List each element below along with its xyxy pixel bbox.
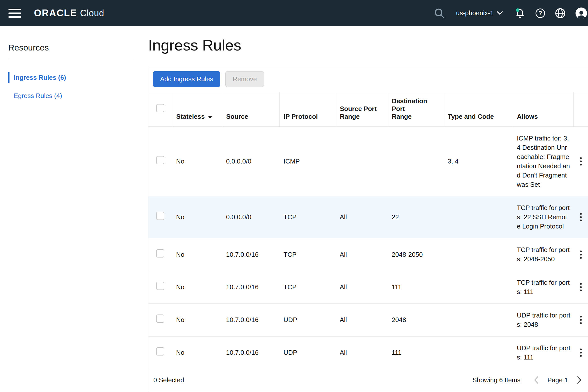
sidebar: Resources Ingress Rules (6) Egress Rules… <box>0 26 148 109</box>
region-selector[interactable]: us-phoenix-1 <box>455 9 505 17</box>
cell-source-port-range: All <box>336 271 388 304</box>
select-all-header <box>148 92 172 127</box>
cell-ip-protocol: UDP <box>280 304 336 336</box>
row-actions-kebab-icon[interactable] <box>578 211 584 223</box>
cell-type-and-code <box>444 336 513 369</box>
row-checkbox[interactable] <box>156 212 164 220</box>
cell-type-and-code <box>444 304 513 336</box>
table-footer: 0 Selected Showing 6 Items Page 1 <box>148 369 588 391</box>
cell-allows: TCP traffic for ports: 2048-2050 <box>513 238 574 271</box>
row-checkbox[interactable] <box>156 249 164 258</box>
cell-source-port-range <box>336 127 388 196</box>
row-checkbox[interactable] <box>156 314 164 323</box>
top-bar: ORACLE Cloud us-phoenix-1 <box>0 0 588 26</box>
select-all-checkbox[interactable] <box>156 104 164 112</box>
cell-destination-port-range: 111 <box>388 271 444 304</box>
region-label: us-phoenix-1 <box>456 9 494 17</box>
table-row: No 0.0.0.0/0 TCP All 22 TCP traffic for … <box>148 196 588 238</box>
help-icon[interactable] <box>536 8 545 18</box>
cell-source: 0.0.0.0/0 <box>222 196 280 238</box>
table-row: No 10.7.0.0/16 UDP All 2048 UDP traffic … <box>148 304 588 336</box>
cell-source: 10.7.0.0/16 <box>222 336 280 369</box>
cell-type-and-code <box>444 238 513 271</box>
cell-source-port-range: All <box>336 238 388 271</box>
cell-allows: UDP traffic for ports: 2048 <box>513 304 574 336</box>
cell-allows: TCP traffic for ports: 22 SSH Remote Log… <box>513 196 574 238</box>
table-row: No 0.0.0.0/0 ICMP 3, 4 ICMP traffic for:… <box>148 127 588 196</box>
cell-ip-protocol: TCP <box>280 238 336 271</box>
row-actions-kebab-icon[interactable] <box>578 155 584 168</box>
remove-button[interactable]: Remove <box>225 71 264 87</box>
avatar[interactable] <box>576 8 585 19</box>
row-checkbox[interactable] <box>156 282 164 290</box>
table-toolbar: Add Ingress Rules Remove <box>148 66 588 92</box>
cell-destination-port-range: 2048 <box>388 304 444 336</box>
column-header-stateless[interactable]: Stateless <box>172 92 222 127</box>
sort-descending-icon <box>208 116 212 118</box>
cell-source-port-range: All <box>336 196 388 238</box>
column-header-source: Source <box>222 92 280 127</box>
table-row: No 10.7.0.0/16 TCP All 111 TCP traffic f… <box>148 271 588 304</box>
row-checkbox[interactable] <box>156 156 164 164</box>
selected-count: 0 Selected <box>153 376 184 384</box>
cell-ip-protocol: TCP <box>280 271 336 304</box>
cell-source-port-range: All <box>336 304 388 336</box>
cell-source: 10.7.0.0/16 <box>222 304 280 336</box>
cell-destination-port-range: 22 <box>388 196 444 238</box>
showing-count: Showing 6 Items <box>472 376 520 384</box>
cell-destination-port-range: 2048-2050 <box>388 238 444 271</box>
cell-allows: ICMP traffic for: 3, 4 Destination Unrea… <box>513 127 574 196</box>
cell-type-and-code <box>444 271 513 304</box>
column-header-source-port-range: Source Port Range <box>336 92 388 127</box>
cell-stateless: No <box>172 271 222 304</box>
row-actions-kebab-icon[interactable] <box>578 314 584 326</box>
column-header-type-and-code: Type and Code <box>444 92 513 127</box>
topbar-actions: us-phoenix-1 <box>434 7 585 19</box>
row-checkbox[interactable] <box>156 347 164 356</box>
column-header-destination-port-range: Destination Port Range <box>388 92 444 127</box>
cell-destination-port-range: 111 <box>388 336 444 369</box>
cell-type-and-code <box>444 196 513 238</box>
cell-stateless: No <box>172 304 222 336</box>
brand-oracle: ORACLE <box>34 8 77 18</box>
column-header-ip-protocol: IP Protocol <box>280 92 336 127</box>
cell-type-and-code: 3, 4 <box>444 127 513 196</box>
cell-allows: UDP traffic for ports: 111 <box>513 336 574 369</box>
cell-stateless: No <box>172 336 222 369</box>
row-actions-kebab-icon[interactable] <box>578 281 584 293</box>
previous-page-icon <box>533 375 540 385</box>
sidebar-title: Resources <box>8 43 133 52</box>
add-ingress-rules-button[interactable]: Add Ingress Rules <box>153 71 220 87</box>
ingress-rules-panel: Add Ingress Rules Remove Stateless <box>148 66 588 391</box>
next-page-icon[interactable] <box>576 375 583 385</box>
cell-source: 10.7.0.0/16 <box>222 238 280 271</box>
cell-allows: TCP traffic for ports: 111 <box>513 271 574 304</box>
page-indicator: Page 1 <box>548 376 568 384</box>
column-header-actions <box>574 92 588 127</box>
column-header-allows: Allows <box>513 92 574 127</box>
cell-source-port-range: All <box>336 336 388 369</box>
chevron-down-icon <box>497 9 503 17</box>
hamburger-menu-icon[interactable] <box>6 6 23 20</box>
globe-icon[interactable] <box>555 8 566 19</box>
cell-destination-port-range <box>388 127 444 196</box>
cell-stateless: No <box>172 127 222 196</box>
row-actions-kebab-icon[interactable] <box>578 346 584 359</box>
sidebar-item-egress-rules[interactable]: Egress Rules (4) <box>8 90 133 101</box>
sidebar-item-ingress-rules[interactable]: Ingress Rules (6) <box>8 72 133 83</box>
cell-stateless: No <box>172 196 222 238</box>
table-header-row: Stateless Source IP Protocol Source Port… <box>148 92 588 127</box>
cell-ip-protocol: TCP <box>280 196 336 238</box>
row-actions-kebab-icon[interactable] <box>578 248 584 261</box>
table-row: No 10.7.0.0/16 TCP All 2048-2050 TCP tra… <box>148 238 588 271</box>
search-icon[interactable] <box>434 8 445 19</box>
oracle-cloud-logo: ORACLE Cloud <box>34 8 104 18</box>
page-title: Ingress Rules <box>148 36 588 54</box>
notifications-bell-icon[interactable] <box>514 7 526 19</box>
pagination: Showing 6 Items Page 1 <box>472 375 583 385</box>
brand-cloud: Cloud <box>80 8 104 18</box>
sidebar-divider <box>8 59 133 59</box>
cell-source: 10.7.0.0/16 <box>222 271 280 304</box>
ingress-rules-table: Stateless Source IP Protocol Source Port… <box>148 92 588 369</box>
table-row: No 10.7.0.0/16 UDP All 111 UDP traffic f… <box>148 336 588 369</box>
